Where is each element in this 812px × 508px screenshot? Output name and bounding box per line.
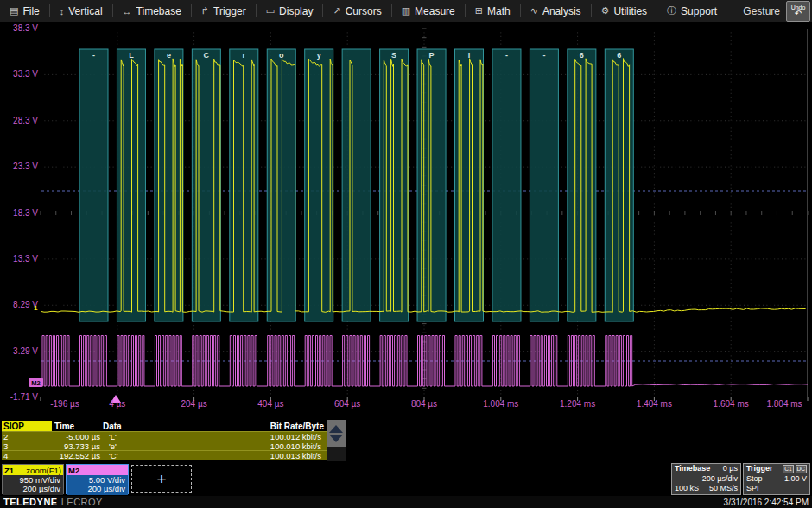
menu-item-label: Trigger	[213, 5, 246, 17]
decode-char: o	[279, 51, 284, 60]
trigger-title: Trigger	[746, 465, 773, 473]
column-header-bitrate: Bit Rate/Byte	[270, 422, 327, 431]
cell-time: 93.733 µs	[17, 441, 100, 451]
timebase-box[interactable]: Timebase 0 µs 200 µs/div 100 kS 50 MS/s	[671, 463, 741, 495]
scroll-down-icon[interactable]	[329, 435, 343, 442]
decode-box	[79, 49, 108, 321]
row-index: 3	[2, 441, 17, 451]
t-axis-label: 1.004 ms	[483, 399, 518, 409]
analysis-icon: ∿	[530, 5, 538, 16]
file-icon: ▤	[10, 5, 18, 16]
waveform-display[interactable]: -LeCroySPI--66M2	[0, 22, 812, 420]
menu-item-label: Utilities	[613, 5, 647, 17]
decode-char: y	[317, 51, 321, 60]
timebase-delay: 0 µs	[723, 465, 738, 473]
decode-char: C	[204, 51, 210, 60]
table-row[interactable]: 393.733 µs'e'100.010 kbit/s	[2, 441, 327, 450]
measure-icon: ▥	[402, 5, 410, 16]
decode-char: 6	[580, 51, 584, 60]
trigger-type: SPI	[746, 485, 759, 493]
t-axis-label: 1.604 ms	[714, 399, 749, 409]
table-scrollbar[interactable]	[327, 420, 346, 447]
decode-table-title[interactable]: SIOP	[2, 421, 52, 431]
menu-item-label: Display	[279, 5, 313, 17]
t-axis-label: 1.404 ms	[637, 399, 672, 409]
menu-item-trigger[interactable]: ↱Trigger	[192, 0, 256, 22]
decode-char: -	[92, 51, 95, 60]
menu-item-label: Analysis	[542, 5, 581, 17]
menu-items: ▤File↕Vertical↔Timebase↱Trigger▭Display↗…	[0, 0, 726, 22]
cell-bitrate: 100.013 kbit/s	[270, 451, 327, 460]
brand-lecroy: LECROY	[61, 497, 103, 507]
menu-item-timebase[interactable]: ↔Timebase	[113, 0, 191, 22]
menu-item-label: Vertical	[68, 5, 102, 17]
decode-overlay: -LeCroySPI--66	[79, 49, 633, 321]
menu-item-vertical[interactable]: ↕Vertical	[50, 0, 112, 22]
table-scrollbar-track	[327, 447, 346, 461]
row-index: 4	[2, 451, 17, 460]
decode-box	[530, 49, 558, 321]
cell-bitrate: 100.012 kbit/s	[270, 432, 327, 441]
trigger-badge-dc: DC	[796, 465, 807, 473]
v-axis-label: -1.71 V	[0, 392, 38, 402]
undo-icon: ↶	[795, 10, 802, 18]
table-row[interactable]: 4192.552 µs'C'100.013 kbit/s	[2, 450, 327, 460]
gesture-label: Gesture	[743, 5, 780, 17]
menu-item-label: Math	[487, 5, 511, 17]
menu-bar: ▤File↕Vertical↔Timebase↱Trigger▭Display↗…	[0, 0, 812, 22]
menu-item-label: Cursors	[346, 5, 382, 17]
table-row[interactable]: 2-5.000 µs'L'100.012 kbit/s	[2, 431, 327, 441]
z1-descriptor[interactable]: Z1 zoom(F1) 950 mV/div 200 µs/div	[2, 464, 64, 494]
menu-item-support[interactable]: ⓘSupport	[657, 0, 726, 22]
v-axis-label: 38.3 V	[0, 23, 38, 33]
t-axis-label: 4 µs	[109, 399, 125, 409]
menu-item-display[interactable]: ▭Display	[257, 0, 323, 22]
m2-tdiv: 200 µs/div	[69, 485, 125, 493]
menu-item-label: Support	[681, 5, 717, 17]
decode-char: 6	[617, 51, 621, 60]
cell-time: -5.000 µs	[17, 432, 100, 441]
menu-item-label: File	[22, 5, 39, 17]
menu-item-measure[interactable]: ▥Measure	[392, 0, 465, 22]
decode-result-table: SIOP Time Data Bit Rate/Byte 2-5.000 µs'…	[2, 421, 327, 460]
add-trace-button[interactable]: +	[131, 465, 192, 493]
v-axis-label: 28.3 V	[0, 116, 38, 125]
decode-char: L	[129, 51, 134, 60]
trigger-level: 1.00 V	[784, 475, 807, 484]
cell-bitrate: 100.010 kbit/s	[270, 441, 327, 451]
t-axis-label: 604 µs	[334, 399, 360, 409]
undo-button[interactable]: Undo ↶	[786, 1, 810, 22]
t-axis-label: 1.204 ms	[560, 399, 595, 409]
trigger-badges: C1DC	[781, 465, 807, 473]
menu-item-file[interactable]: ▤File	[0, 0, 49, 22]
column-header-time: Time	[52, 422, 103, 431]
z1-tdiv: 200 µs/div	[5, 485, 60, 493]
decode-char: P	[429, 51, 435, 60]
menu-item-cursors[interactable]: ↗Cursors	[323, 0, 390, 22]
menu-item-utilities[interactable]: ⚙Utilities	[592, 0, 657, 22]
decode-table-rows: 2-5.000 µs'L'100.012 kbit/s393.733 µs'e'…	[2, 431, 327, 460]
cell-time: 192.552 µs	[17, 451, 100, 460]
z1-name: Z1	[4, 466, 14, 475]
cell-data: 'C'	[100, 451, 270, 460]
row-index: 2	[2, 432, 17, 441]
decode-char: e	[167, 51, 171, 60]
menu-item-label: Measure	[415, 5, 455, 17]
datetime-label: 3/31/2016 2:42:54 PM	[724, 498, 809, 507]
oscilloscope-screen: { "menu": { "items": [ {"label":"File","…	[0, 0, 812, 508]
svg-text:M2: M2	[31, 379, 40, 387]
m2-trace-indicator[interactable]: M2	[29, 378, 43, 387]
timebase-tdiv: 200 µs/div	[702, 475, 738, 484]
decode-char: -	[542, 51, 545, 60]
t-axis-label: 404 µs	[257, 399, 283, 409]
decode-box	[342, 49, 371, 321]
m2-descriptor[interactable]: M2 5.00 V/div 200 µs/div	[66, 464, 129, 494]
menu-item-math[interactable]: ⊞Math	[466, 0, 520, 22]
cursors-icon: ↗	[333, 5, 340, 16]
t-axis-label: 804 µs	[411, 399, 437, 409]
menu-item-analysis[interactable]: ∿Analysis	[521, 0, 591, 22]
math-icon: ⊞	[475, 5, 483, 16]
scroll-up-icon[interactable]	[329, 425, 343, 433]
trigger-box[interactable]: Trigger C1DC Stop 1.00 V SPI	[743, 463, 810, 495]
trace1-marker: 1	[34, 304, 37, 312]
